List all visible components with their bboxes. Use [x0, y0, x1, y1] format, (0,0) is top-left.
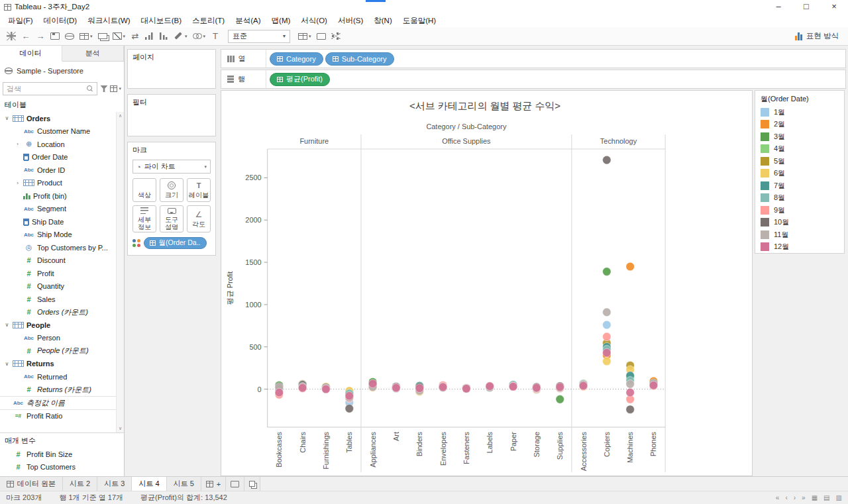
marks-label-button[interactable]: T레이블 [187, 178, 211, 202]
field-ship-mode[interactable]: AbcShip Mode [0, 228, 116, 242]
profit-scatter-chart[interactable]: <서브 카테고리의 월별 평균 수익>Category / Sub-Catego… [221, 91, 752, 476]
search-input[interactable]: 검색 [3, 82, 97, 95]
scroll-up-icon[interactable]: ∧ [119, 113, 122, 119]
toolbar-sort-ascending-button[interactable] [143, 28, 156, 44]
menu-item-5[interactable]: 분석(A) [230, 14, 266, 27]
legend-item-9월[interactable]: 9월 [755, 204, 844, 217]
tab-data[interactable]: 데이터 [0, 46, 62, 62]
tree-caret-icon[interactable]: ∨ [4, 115, 10, 121]
field-location[interactable]: ›⊕Location [0, 138, 116, 151]
menu-item-6[interactable]: 맵(M) [266, 14, 296, 27]
marks-pill-month[interactable]: 월(Order Da.. [144, 237, 207, 249]
tab-시트-5[interactable]: 시트 5 [167, 477, 201, 491]
new-story-button[interactable] [244, 477, 260, 491]
show-me-button[interactable]: 표현 방식 [795, 31, 844, 41]
menu-item-1[interactable]: 데이터(D) [38, 14, 82, 27]
tab-datasource[interactable]: 데이터 원본 [0, 477, 63, 491]
legend-item-3월[interactable]: 3월 [755, 130, 844, 143]
field-returns[interactable]: ∨Returns [0, 358, 116, 371]
marks-color-button[interactable]: 색상 [132, 178, 156, 202]
tree-caret-icon[interactable]: › [15, 180, 21, 186]
fields-scrollbar[interactable]: ∧ ∨ [116, 112, 124, 432]
marks-tooltip-button[interactable]: 도구 설명 [160, 205, 184, 232]
prev-page-icon[interactable]: ‹ [785, 494, 787, 501]
legend-item-7월[interactable]: 7월 [755, 179, 844, 192]
menu-item-9[interactable]: 창(N) [368, 14, 397, 27]
toolbar-redo-button[interactable]: → [34, 28, 47, 44]
mark-type-dropdown[interactable]: ◔ 파이 차트 ▾ [132, 160, 211, 174]
field-people-카운트[interactable]: #People (카운트) [0, 344, 116, 358]
tab-시트-4[interactable]: 시트 4 [132, 477, 166, 491]
toolbar-logo-button[interactable] [5, 28, 18, 44]
pages-shelf[interactable]: 페이지 [127, 49, 216, 89]
legend-item-10월[interactable]: 10월 [755, 217, 844, 229]
field-ship-date[interactable]: Ship Date [0, 215, 116, 228]
legend-item-4월[interactable]: 4월 [755, 143, 844, 156]
toolbar-undo-button[interactable]: ← [19, 28, 32, 44]
field-측정값-이름[interactable]: Abc측정값 이름 [0, 396, 116, 409]
legend-item-5월[interactable]: 5월 [755, 155, 844, 168]
legend-item-11월[interactable]: 11월 [755, 228, 844, 241]
menu-item-7[interactable]: 서식(O) [295, 14, 333, 27]
tab-시트-2[interactable]: 시트 2 [63, 477, 97, 491]
toolbar-presentation-mode-button[interactable] [315, 28, 328, 44]
chart-area[interactable]: <서브 카테고리의 월별 평균 수익>Category / Sub-Catego… [221, 90, 753, 476]
toolbar-clear-sheet-button[interactable]: ▾ [111, 28, 128, 44]
field-profit[interactable]: #Profit [0, 267, 116, 280]
menu-item-0[interactable]: 파일(F) [3, 14, 38, 27]
parameter-top-customers[interactable]: #Top Customers [0, 461, 124, 474]
field-returned[interactable]: AbcReturned [0, 370, 116, 383]
scroll-down-icon[interactable]: ∨ [119, 426, 122, 431]
field-people[interactable]: ∨People [0, 319, 116, 332]
field-profit-ratio[interactable]: =#Profit Ratio [0, 409, 116, 423]
pill-category[interactable]: Category [270, 52, 323, 66]
toolbar-show-hide-cards-button[interactable]: ▾ [296, 28, 313, 44]
rows-shelf[interactable]: 행 평균(Profit) [221, 70, 846, 89]
toolbar-group-members-button[interactable]: ▾ [191, 28, 208, 44]
pill-평균-profit[interactable]: 평균(Profit) [270, 73, 330, 86]
toolbar-new-worksheet-button[interactable]: ▾ [78, 28, 95, 44]
fit-dropdown[interactable]: 표준 ▾ [228, 30, 290, 43]
show-sheet-ids-icon[interactable]: ▥ [836, 494, 842, 501]
view-options-button[interactable]: ▾ [110, 85, 121, 92]
marks-size-button[interactable]: 크기 [160, 178, 184, 202]
columns-shelf[interactable]: 열 CategorySub-Category [221, 49, 846, 68]
new-dashboard-button[interactable] [226, 477, 244, 491]
tab-시트-3[interactable]: 시트 3 [97, 477, 132, 491]
field-profit-bin[interactable]: Profit (bin) [0, 189, 116, 203]
field-person[interactable]: AbcPerson [0, 332, 116, 345]
toolbar-show-mark-labels-button[interactable]: T [209, 28, 222, 44]
field-orders[interactable]: ∨Orders [0, 112, 116, 125]
tree-caret-icon[interactable]: › [15, 141, 21, 147]
minimize-button[interactable]: – [765, 0, 792, 14]
toolbar-new-datasource-button[interactable] [63, 28, 76, 44]
pill-sub-category[interactable]: Sub-Category [325, 52, 394, 66]
toolbar-highlight-button[interactable]: ▾ [172, 28, 189, 44]
legend-item-1월[interactable]: 1월 [755, 106, 844, 119]
toolbar-sort-descending-button[interactable] [158, 28, 171, 44]
legend-item-12월[interactable]: 12월 [755, 241, 844, 254]
new-worksheet-button[interactable]: + [201, 477, 226, 491]
show-filmstrip-icon[interactable]: ▤ [823, 494, 829, 501]
field-discount[interactable]: #Discount [0, 254, 116, 268]
tab-analytics[interactable]: 분석 [62, 46, 125, 61]
toolbar-share-button[interactable] [329, 28, 343, 44]
marks-detail-button[interactable]: 세부 정보 [132, 205, 156, 232]
toolbar-duplicate-button[interactable] [96, 28, 109, 44]
filters-shelf[interactable]: 필터 [127, 94, 216, 136]
legend-item-2월[interactable]: 2월 [755, 119, 844, 131]
tree-caret-icon[interactable]: ∨ [4, 361, 10, 367]
close-button[interactable]: × [820, 0, 848, 14]
last-page-icon[interactable]: » [802, 494, 806, 501]
field-quantity[interactable]: #Quantity [0, 280, 116, 293]
first-page-icon[interactable]: « [776, 494, 780, 501]
field-returns-카운트[interactable]: #Returns (카운트) [0, 383, 116, 397]
next-page-icon[interactable]: › [794, 494, 796, 501]
datasource-row[interactable]: Sample - Superstore [0, 62, 124, 80]
filter-fields-icon[interactable] [100, 85, 107, 92]
toolbar-save-button[interactable] [48, 28, 62, 44]
tree-caret-icon[interactable]: ∨ [4, 322, 10, 328]
field-orders-카운트[interactable]: #Orders (카운트) [0, 306, 116, 319]
toolbar-swap-axes-button[interactable]: ⇄ [129, 28, 142, 44]
legend-item-8월[interactable]: 8월 [755, 192, 844, 205]
